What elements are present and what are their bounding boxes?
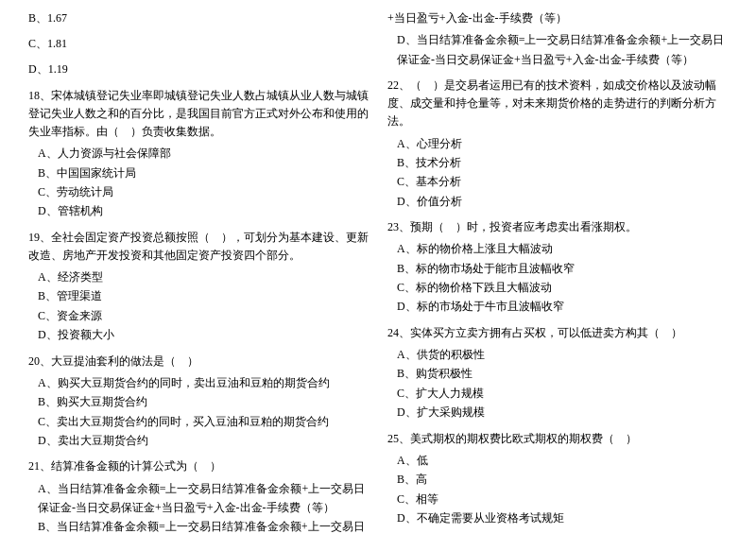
question-19: 19、全社会固定资产投资总额按照（ ），可划分为基本建设、更新改造、房地产开发投… [28,229,369,345]
q21-options: A、当日结算准备金余额=上一交易日结算准备金余额+上一交易日保证金-当日交易保证… [28,479,369,534]
question-23: 23、预期（ ）时，投资者应考虑卖出看涨期权。 A、标的物价格上涨且大幅波动 B… [387,218,728,317]
question-20: 20、大豆提油套利的做法是（ ） A、购买大豆期货合约的同时，卖出豆油和豆粕的期… [28,353,369,451]
q25-opt-b: B、高 [397,470,728,489]
q24-opt-a: A、供货的积极性 [397,345,728,364]
q20-opt-b: B、购买大豆期货合约 [38,392,369,411]
q23-options: A、标的物价格上涨且大幅波动 B、标的物市场处于能市且波幅收窄 C、标的物价格下… [387,239,728,317]
q23-opt-c: C、标的物价格下跌且大幅波动 [397,278,728,297]
q21-continued: +当日盈亏+入金-出金-手续费（等） D、当日结算准备金余额=上一交易日结算准备… [387,9,728,69]
q19-opt-d: D、投资额大小 [38,325,369,344]
q18-opt-c: C、劳动统计局 [38,182,369,201]
q25-options: A、低 B、高 C、相等 D、不确定需要从业资格考试规矩 [387,451,728,528]
option-c181: C、1.81 [28,35,369,53]
q20-opt-d: D、卖出大豆期货合约 [38,431,369,450]
question-21: 21、结算准备金额的计算公式为（ ） A、当日结算准备金余额=上一交易日结算准备… [28,457,369,534]
q23-opt-b: B、标的物市场处于能市且波幅收窄 [397,259,728,278]
q24-opt-b: B、购货积极性 [397,364,728,383]
main-content: B、1.67 C、1.81 D、1.19 18、宋体城镇登记失业率即城镇登记失业… [28,9,728,534]
q22-opt-d: D、价值分析 [397,192,728,211]
q21-opt-b: B、当日结算准备金余额=上一交易日结算准备金余额+上一交易日保证金-当日交易保证… [38,517,369,534]
question-24: 24、实体买方立卖方拥有占买权，可以低进卖方构其（ ） A、供货的积极性 B、购… [387,324,728,422]
q18-opt-d: D、管辖机构 [38,201,369,220]
q20-options: A、购买大豆期货合约的同时，卖出豆油和豆粕的期货合约 B、购买大豆期货合约 C、… [28,373,369,451]
q18-opt-b: B、中国国家统计局 [38,164,369,182]
q21-opt-d: D、当日结算准备金余额=上一交易日结算准备金余额+上一交易日保证金-当日交易保证… [397,30,728,69]
q22-opt-c: C、基本分析 [397,172,728,191]
q23-opt-a: A、标的物价格上涨且大幅波动 [397,239,728,258]
option-b167: B、1.67 [28,9,369,27]
right-column: +当日盈亏+入金-出金-手续费（等） D、当日结算准备金余额=上一交易日结算准备… [387,9,728,534]
q18-options: A、人力资源与社会保障部 B、中国国家统计局 C、劳动统计局 D、管辖机构 [28,144,369,221]
q22-opt-a: A、心理分析 [397,134,728,153]
question-25: 25、美式期权的期权费比欧式期权的期权费（ ） A、低 B、高 C、相等 D、不… [387,430,728,528]
q19-opt-a: A、经济类型 [38,267,369,286]
page-container: B、1.67 C、1.81 D、1.19 18、宋体城镇登记失业率即城镇登记失业… [0,0,756,534]
q19-opt-c: C、资金来源 [38,306,369,325]
q19-options: A、经济类型 B、管理渠道 C、资金来源 D、投资额大小 [28,267,369,345]
q20-opt-a: A、购买大豆期货合约的同时，卖出豆油和豆粕的期货合约 [38,373,369,392]
q25-opt-d: D、不确定需要从业资格考试规矩 [397,508,728,527]
q25-opt-c: C、相等 [397,490,728,508]
q18-opt-a: A、人力资源与社会保障部 [38,144,369,163]
q20-opt-c: C、卖出大豆期货合约的同时，买入豆油和豆粕的期货合约 [38,412,369,431]
q24-opt-d: D、扩大采购规模 [397,403,728,422]
q24-opt-c: C、扩大人力规模 [397,384,728,403]
q25-opt-a: A、低 [397,451,728,470]
option-d119: D、1.19 [28,60,369,78]
q23-opt-d: D、标的市场处于牛市且波幅收窄 [397,297,728,316]
question-18: 18、宋体城镇登记失业率即城镇登记失业人数占城镇从业人数与城镇登记失业人数之和的… [28,87,369,221]
question-22: 22、（ ）是交易者运用已有的技术资料，如成交价格以及波动幅度、成交量和持仓量等… [387,77,728,211]
q24-options: A、供货的积极性 B、购货积极性 C、扩大人力规模 D、扩大采购规模 [387,345,728,422]
q21-opt-a: A、当日结算准备金余额=上一交易日结算准备金余额+上一交易日保证金-当日交易保证… [38,479,369,518]
left-column: B、1.67 C、1.81 D、1.19 18、宋体城镇登记失业率即城镇登记失业… [28,9,369,534]
q22-options: A、心理分析 B、技术分析 C、基本分析 D、价值分析 [387,134,728,212]
q19-opt-b: B、管理渠道 [38,286,369,305]
q22-opt-b: B、技术分析 [397,153,728,172]
